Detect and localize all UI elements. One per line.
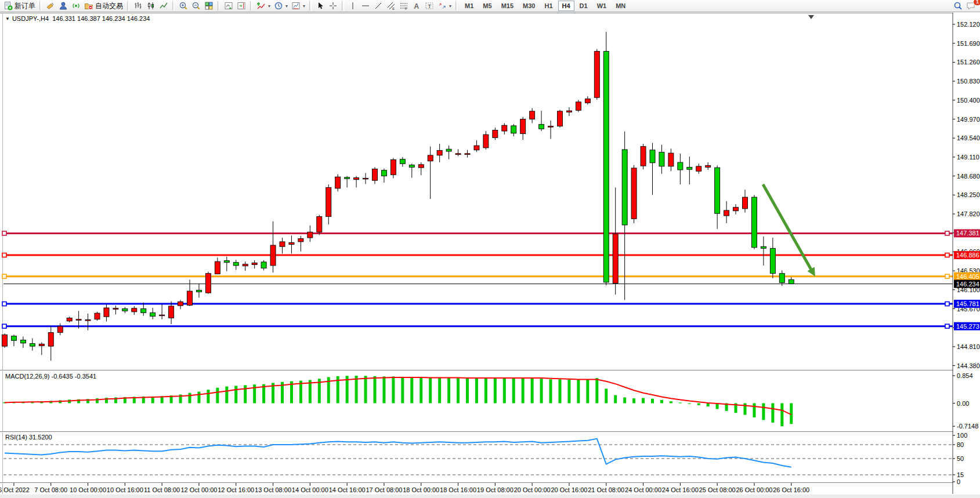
timeframe-button-H4[interactable]: H4 [558,1,574,11]
line-anchor[interactable] [2,231,6,235]
candle [668,153,674,166]
timeframe-button-M5[interactable]: M5 [479,1,496,11]
tile-windows-button[interactable] [202,1,215,12]
horizontal-line-tool-button[interactable] [359,1,372,12]
rsi-indicator-label: RSI(14) 31.5200 [5,434,52,441]
axis-tick-label: 149.110 [957,154,979,161]
signals-button[interactable] [70,1,82,12]
macd-histogram-bar [780,404,783,427]
candle [113,308,118,310]
macd-histogram-bar [531,378,534,404]
auto-scroll-button[interactable] [222,1,235,12]
channel-icon: E [386,1,396,10]
candle [122,309,128,311]
candle [215,261,220,274]
candle [465,154,470,155]
text-tool-button[interactable]: A [410,1,423,12]
time-axis-label: 17 Oct 08:00 [366,486,402,493]
macd-histogram-bar [410,377,413,403]
candle [650,150,655,163]
arrows-tool-button[interactable]: ▾ [436,1,453,12]
crosshair-tool-button[interactable] [327,1,339,12]
axis-tick-label: 148.250 [957,191,980,198]
axis-tick-label: 50 [957,455,964,462]
indicators-button[interactable]: ▾ [255,1,272,12]
line-chart-mode-button[interactable] [157,1,170,12]
candle [317,217,322,232]
timeframe-button-D1[interactable]: D1 [576,1,592,11]
macd-histogram-bar [586,380,589,404]
line-anchor[interactable] [2,302,6,306]
macd-histogram-bar [559,379,562,403]
chevron-down-icon: ▾ [303,3,305,9]
market-depth-button[interactable] [44,1,57,12]
template-icon [291,1,301,10]
macd-histogram-bar [429,378,432,404]
template-button[interactable]: ▾ [290,1,307,12]
candle [585,99,590,103]
timeframe-button-MN[interactable]: MN [612,1,630,11]
axis-tick-label: 0.00 [957,400,969,407]
bar-chart-mode-button[interactable] [132,1,144,12]
vertical-line-tool-button[interactable] [346,1,359,12]
line-anchor[interactable] [945,231,949,235]
macd-histogram-bar [577,380,580,404]
price-line-badge-label: 145.273 [956,323,979,330]
timeframe-button-M15[interactable]: M15 [497,1,518,11]
price-line-badge-label: 146.234 [956,281,979,288]
trendline-tool-button[interactable] [372,1,385,12]
macd-histogram-bar [753,404,755,417]
new-order-label: 新订单 [15,1,35,11]
timeframe-button-W1[interactable]: W1 [593,1,611,11]
cursor-tool-button[interactable] [314,1,327,12]
timeframe-button-H1[interactable]: H1 [540,1,556,11]
timeframe-button-M30[interactable]: M30 [519,1,539,11]
candle [428,155,433,161]
line-anchor[interactable] [2,274,6,278]
line-anchor[interactable] [2,253,6,257]
line-anchor[interactable] [945,253,949,257]
autotrading-label: 自动交易 [95,1,123,11]
chart-shift-button[interactable] [235,1,248,12]
macd-histogram-bar [420,378,422,404]
macd-histogram-bar [642,398,645,404]
timeframe-button-M1[interactable]: M1 [461,1,478,11]
candle [474,146,479,150]
text-label-tool-button[interactable]: T [423,1,436,12]
macd-histogram-bar [484,378,487,403]
zoom-out-button[interactable] [190,1,202,12]
notifications-button[interactable]: 1 [964,1,978,12]
macd-histogram-bar [771,404,774,423]
toolbar: 新订单 自动交易 [0,0,980,12]
zoom-in-button[interactable] [177,1,190,12]
search-button[interactable] [952,1,964,12]
profile-button[interactable] [57,1,70,12]
line-anchor[interactable] [945,274,949,278]
autotrading-icon [84,1,93,10]
candle [30,344,35,347]
candle [243,264,248,266]
autotrading-button[interactable]: 自动交易 [82,1,125,12]
candle [104,308,109,317]
macd-histogram-bar [651,399,654,404]
candle [95,313,100,319]
line-anchor[interactable] [2,324,6,328]
line-anchor[interactable] [945,302,949,306]
indicators-icon [256,1,266,10]
candle [20,340,26,343]
window-bottom-strip [0,495,980,498]
time-axis-label: 20 Oct 16:00 [551,486,587,493]
line-anchor[interactable] [945,324,949,328]
periods-button[interactable]: ▾ [272,1,290,12]
new-order-button[interactable]: 新订单 [2,1,37,12]
macd-histogram-bar [540,379,543,403]
collapse-arrow-icon[interactable]: ▼ [5,16,10,21]
axis-tick-label: 147.820 [957,210,980,217]
channel-tool-button[interactable]: E [385,1,397,12]
fibonacci-tool-button[interactable]: F [397,1,410,12]
candle [696,166,701,171]
candlestick-mode-button[interactable] [144,1,157,12]
candle [270,245,276,266]
time-axis-label: 24 Oct 16:00 [662,486,699,493]
macd-histogram-bar [623,397,626,403]
